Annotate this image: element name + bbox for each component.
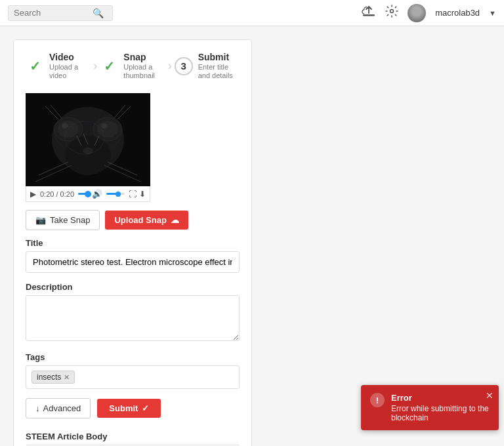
step-video-title: Video: [49, 52, 91, 63]
search-bar[interactable]: 🔍: [8, 5, 113, 21]
description-group: Description: [26, 282, 240, 343]
step-submit-icon: 3: [175, 57, 193, 75]
toast-message: Error while submitting to the blockchain: [391, 404, 490, 422]
description-textarea[interactable]: [26, 295, 240, 341]
step-snap-icon: ✓: [100, 57, 118, 75]
toast-icon: !: [370, 393, 385, 407]
upload-card: ✓ Video Upload a video › ✓ Snap Upload a…: [13, 39, 252, 446]
tags-label: Tags: [26, 352, 240, 362]
tags-group: Tags insects ✕: [26, 352, 240, 389]
steem-section: STEEM Article Body: [26, 432, 240, 446]
steem-label: STEEM Article Body: [26, 432, 240, 441]
step-snap-subtitle: Upload a thumbnail: [123, 63, 165, 80]
volume-icon[interactable]: 🔊: [92, 189, 102, 199]
step-video-subtitle: Upload a video: [49, 63, 91, 80]
toast-title: Error: [391, 393, 490, 403]
video-thumbnail: [26, 93, 150, 186]
video-preview: [26, 93, 150, 186]
settings-icon[interactable]: [385, 5, 398, 21]
step-video-icon: ✓: [26, 57, 44, 75]
title-label: Title: [26, 238, 240, 248]
avatar[interactable]: [408, 4, 426, 22]
upload-snap-icon: ☁: [171, 215, 179, 225]
steps-bar: ✓ Video Upload a video › ✓ Snap Upload a…: [26, 52, 240, 80]
step-arrow-1: ›: [93, 59, 97, 73]
header-right: macrolab3d ▼: [362, 4, 496, 22]
title-group: Title: [26, 238, 240, 273]
error-toast: ! Error Error while submitting to the bl…: [361, 385, 499, 430]
advanced-label: Advanced: [43, 403, 81, 413]
advanced-button[interactable]: ↓ Advanced: [26, 398, 91, 418]
camera-icon: 📷: [35, 215, 46, 225]
step-submit: 3 Submit Enter title and details: [175, 52, 240, 80]
step-snap: ✓ Snap Upload a thumbnail: [100, 52, 165, 80]
video-controls: ▶ 0:20 / 0:20 🔊 ⛶ ⬇: [26, 186, 150, 202]
submit-check-icon: ✓: [142, 403, 149, 413]
svg-point-14: [101, 123, 108, 129]
take-snap-button[interactable]: 📷 Take Snap: [26, 210, 100, 230]
upload-snap-button[interactable]: Upload Snap ☁: [105, 211, 188, 230]
right-panel: [265, 26, 504, 446]
step-arrow-2: ›: [168, 59, 172, 73]
step-submit-title: Submit: [198, 52, 240, 63]
upload-snap-label: Upload Snap: [114, 215, 166, 225]
submit-button[interactable]: Submit ✓: [97, 399, 161, 418]
upload-icon[interactable]: [362, 5, 376, 21]
description-label: Description: [26, 282, 240, 292]
step-snap-title: Snap: [123, 52, 165, 63]
snap-buttons-row: 📷 Take Snap Upload Snap ☁: [26, 210, 240, 230]
tag-insects: insects ✕: [32, 371, 75, 384]
tag-label: insects: [37, 373, 61, 382]
username-label[interactable]: macrolab3d: [435, 8, 480, 18]
play-button[interactable]: ▶: [30, 190, 36, 199]
take-snap-label: Take Snap: [50, 215, 90, 225]
step-video: ✓ Video Upload a video: [26, 52, 91, 80]
content-area: ✓ Video Upload a video › ✓ Snap Upload a…: [0, 26, 265, 446]
tag-remove-insects[interactable]: ✕: [64, 373, 70, 382]
advanced-arrow-icon: ↓: [35, 403, 40, 413]
download-icon[interactable]: ⬇: [139, 190, 146, 199]
video-time: 0:20 / 0:20: [40, 190, 74, 198]
volume-thumb: [116, 192, 121, 197]
tags-container[interactable]: insects ✕: [26, 365, 240, 389]
svg-point-13: [62, 123, 68, 129]
toast-content: Error Error while submitting to the bloc…: [391, 393, 490, 422]
main-layout: ✓ Video Upload a video › ✓ Snap Upload a…: [0, 26, 504, 446]
title-input[interactable]: [26, 251, 240, 273]
dropdown-icon[interactable]: ▼: [489, 9, 496, 17]
progress-bar[interactable]: [78, 193, 88, 195]
search-input[interactable]: [14, 8, 93, 18]
volume-bar[interactable]: [106, 193, 125, 195]
submit-label: Submit: [109, 403, 138, 413]
step-submit-subtitle: Enter title and details: [198, 63, 240, 80]
bottom-buttons-row: ↓ Advanced Submit ✓: [26, 398, 240, 418]
svg-point-1: [390, 10, 394, 13]
header: 🔍 macrolab3d ▼: [0, 0, 504, 26]
fullscreen-icon[interactable]: ⛶: [129, 190, 136, 199]
search-icon: 🔍: [93, 8, 104, 18]
progress-thumb: [85, 191, 91, 197]
svg-rect-0: [363, 14, 375, 16]
toast-close-button[interactable]: ✕: [486, 390, 494, 401]
